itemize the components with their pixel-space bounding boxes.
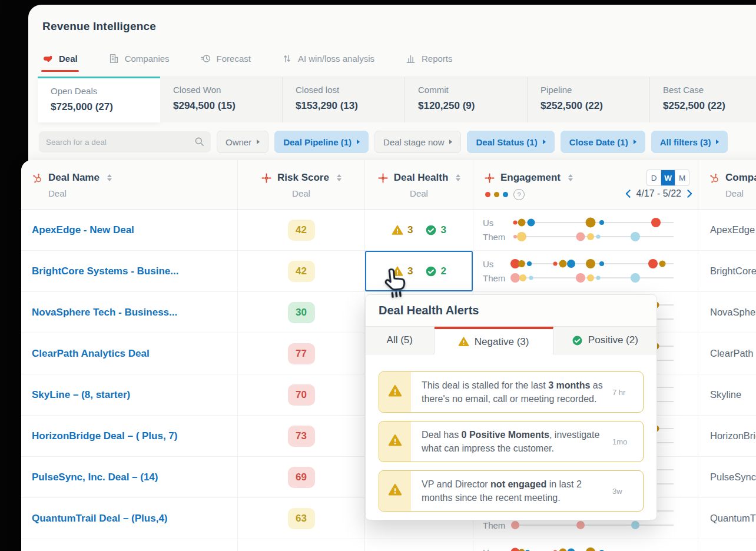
deal-name-link[interactable]: QuantumTrail Deal – (Plus,4) bbox=[21, 498, 238, 539]
filter-button-owner[interactable]: Owner bbox=[217, 131, 268, 153]
chevron-right-icon[interactable] bbox=[687, 189, 693, 198]
summary-card-label: Commit bbox=[418, 85, 527, 95]
column-header-risk-score[interactable]: Risk Score Deal bbox=[238, 160, 365, 209]
deal-name-link[interactable]: ApexEdge - New Deal bbox=[21, 210, 238, 250]
engagement-them-label: Them bbox=[483, 520, 513, 530]
company-cell[interactable]: ApexEdge bbox=[698, 210, 756, 250]
engagement-them-label: Them bbox=[483, 232, 513, 242]
engagement-dot bbox=[576, 521, 585, 529]
summary-card-label: Open Deals bbox=[51, 86, 160, 96]
summary-card-best-case[interactable]: Best Case $252,500 (22) bbox=[650, 77, 756, 122]
tab-reports[interactable]: Reports bbox=[405, 53, 453, 64]
deal-name-link[interactable]: NovaSphere Tech - Business... bbox=[21, 292, 238, 333]
alert-card[interactable]: VP and Director not engaged in last 2 mo… bbox=[379, 470, 644, 512]
engagement-them-timeline bbox=[513, 525, 674, 526]
deal-health-cell[interactable] bbox=[365, 539, 473, 551]
sort-icon[interactable] bbox=[107, 174, 112, 181]
period-toggle[interactable]: DWM bbox=[646, 170, 689, 186]
column-subtitle: Deal bbox=[725, 188, 756, 198]
tab-deal[interactable]: Deal bbox=[42, 53, 78, 64]
engagement-dot bbox=[587, 233, 594, 240]
alert-icon-box bbox=[379, 372, 411, 412]
summary-card-pipeline[interactable]: Pipeline $252,500 (22) bbox=[528, 77, 650, 122]
warning-icon bbox=[388, 384, 402, 400]
risk-score-badge: 77 bbox=[288, 343, 315, 364]
alert-card[interactable]: This deal is stalled for the last 3 mont… bbox=[379, 371, 644, 413]
summary-card-closed-lost[interactable]: Closed lost $153,290 (13) bbox=[283, 77, 405, 122]
toggle-m[interactable]: M bbox=[675, 170, 689, 185]
filter-button-close-date-1[interactable]: Close Date (1) bbox=[561, 131, 645, 153]
engagement-dot bbox=[553, 262, 557, 266]
risk-score-cell[interactable]: 69 bbox=[238, 457, 365, 497]
filter-button-deal-status-1[interactable]: Deal Status (1) bbox=[467, 131, 554, 153]
summary-card-open-deals[interactable]: Open Deals $725,000 (27) bbox=[38, 77, 160, 122]
company-cell[interactable] bbox=[698, 539, 756, 551]
risk-score-cell[interactable]: 30 bbox=[238, 292, 365, 333]
deal-name-link[interactable]: ClearPath Analytics Deal bbox=[21, 333, 238, 374]
alert-text: VP and Director not engaged in last 2 mo… bbox=[411, 471, 612, 511]
popup-tab-negative-3[interactable]: Negative (3) bbox=[435, 327, 553, 354]
search-input[interactable]: Search for a deal bbox=[39, 131, 211, 152]
deal-name-link[interactable]: PulseSync, Inc. Deal – (14) bbox=[21, 457, 238, 497]
engagement-us-timeline bbox=[513, 222, 674, 223]
sort-icon[interactable] bbox=[568, 174, 573, 181]
toggle-d[interactable]: D bbox=[647, 170, 661, 185]
alert-card[interactable]: Deal has 0 Positive Moments, investigate… bbox=[379, 421, 644, 462]
company-cell[interactable]: QuantumTrail bbox=[698, 498, 756, 539]
column-title: Engagement bbox=[500, 172, 561, 184]
tab-companies[interactable]: Companies bbox=[108, 53, 170, 64]
engagement-cell[interactable]: Us Them bbox=[473, 210, 698, 250]
filter-button-all-filters-3[interactable]: All filters (3) bbox=[651, 131, 728, 153]
chevron-left-icon[interactable] bbox=[625, 189, 631, 198]
warning-icon bbox=[388, 483, 402, 499]
help-icon[interactable]: ? bbox=[513, 189, 525, 200]
company-cell[interactable]: NovaSphere bbox=[698, 292, 756, 333]
risk-score-badge: 70 bbox=[288, 384, 315, 406]
sort-icon[interactable] bbox=[456, 174, 460, 181]
click-cursor-icon bbox=[379, 263, 414, 300]
risk-score-cell[interactable]: 70 bbox=[238, 374, 365, 415]
popup-tab-all-5[interactable]: All (5) bbox=[366, 327, 435, 354]
engagement-cell[interactable]: Us Them bbox=[473, 251, 698, 291]
deal-name-link[interactable]: HorizonBridge Deal – ( Plus, 7) bbox=[21, 416, 238, 456]
company-cell[interactable]: PulseSync bbox=[698, 457, 756, 497]
engagement-dot bbox=[518, 260, 525, 267]
health-cross-icon bbox=[377, 172, 389, 184]
popup-header: Deal Health Alerts bbox=[366, 295, 656, 327]
engagement-cell[interactable]: Us Them bbox=[473, 539, 698, 551]
tab-forecast[interactable]: Forecast bbox=[200, 53, 251, 64]
column-subtitle: Deal bbox=[48, 188, 237, 198]
filter-button-deal-pipeline-1[interactable]: Deal Pipeline (1) bbox=[274, 131, 369, 153]
company-cell[interactable]: Skyline bbox=[698, 374, 756, 415]
company-cell[interactable]: HorizonBridge bbox=[698, 416, 756, 456]
engagement-dot bbox=[527, 261, 532, 266]
filter-button-deal-stage-now[interactable]: Deal stage now bbox=[374, 131, 461, 153]
engagement-them-timeline bbox=[513, 277, 674, 278]
risk-score-cell[interactable]: 77 bbox=[238, 333, 365, 374]
summary-card-commit[interactable]: Commit $120,250 (9) bbox=[405, 77, 528, 122]
deal-health-cell[interactable]: 3 3 bbox=[365, 210, 473, 250]
health-cross-icon bbox=[484, 172, 495, 184]
summary-card-label: Closed Won bbox=[173, 85, 282, 95]
risk-score-cell[interactable]: 63 bbox=[238, 498, 365, 539]
engagement-dot bbox=[586, 547, 595, 551]
deal-name-link[interactable] bbox=[21, 539, 238, 551]
popup-tab-positive-2[interactable]: Positive (2) bbox=[553, 327, 656, 354]
deal-name-link[interactable]: SkyLine – (8, starter) bbox=[21, 374, 238, 415]
column-header-engagement[interactable]: Engagement ? DWM 4/17 - 5/22 bbox=[473, 160, 698, 209]
company-cell[interactable]: BrightCore bbox=[698, 251, 756, 291]
risk-score-cell[interactable]: 73 bbox=[238, 416, 365, 456]
risk-score-cell[interactable]: 42 bbox=[238, 251, 365, 291]
risk-score-cell[interactable]: 42 bbox=[238, 210, 365, 250]
column-header-deal-name[interactable]: Deal Name Deal bbox=[21, 160, 238, 209]
deal-name-link[interactable]: BrightCore Systems - Busine... bbox=[21, 251, 238, 291]
column-header-company[interactable]: Company Deal bbox=[698, 160, 756, 209]
company-cell[interactable]: ClearPath bbox=[698, 333, 756, 374]
column-header-deal-health[interactable]: Deal Health Deal bbox=[365, 160, 473, 209]
summary-card-closed-won[interactable]: Closed Won $294,500 (15) bbox=[160, 77, 283, 122]
toggle-w[interactable]: W bbox=[661, 170, 675, 185]
risk-score-cell[interactable] bbox=[238, 539, 365, 551]
engagement-dot bbox=[599, 220, 604, 225]
tab-ai-win-loss-analysis[interactable]: AI win/loss analysis bbox=[281, 53, 374, 64]
sort-icon[interactable] bbox=[337, 174, 341, 181]
